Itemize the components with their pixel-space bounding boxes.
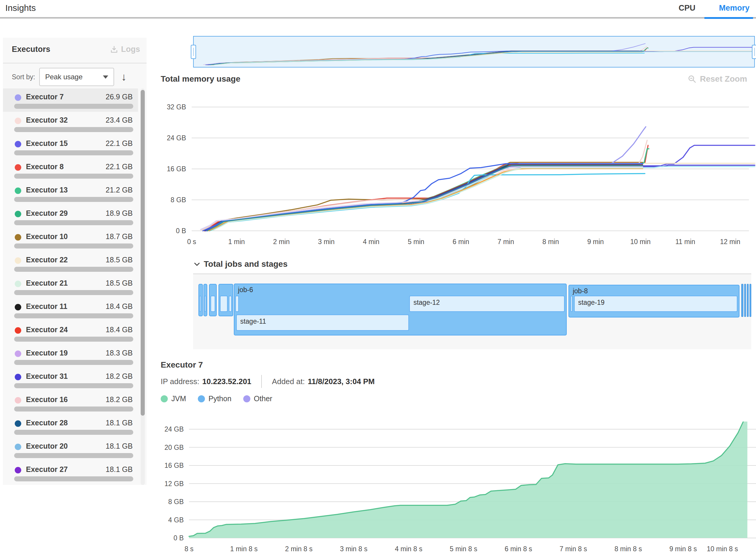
executor-list-item[interactable]: Executor 822.1 GB [3, 158, 138, 181]
executors-header: Executors Logs [3, 38, 147, 63]
sort-by-label: Sort by: [12, 73, 35, 81]
job-block-mini[interactable] [741, 284, 743, 317]
executor-usage-bar [14, 383, 133, 388]
stage-block-stage-19[interactable]: stage-19 [574, 296, 738, 312]
logs-button[interactable]: Logs [110, 45, 140, 54]
svg-text:32 GB: 32 GB [167, 103, 186, 111]
svg-text:5 min: 5 min [408, 238, 424, 246]
job-block-mini[interactable] [747, 284, 749, 317]
sort-direction-button[interactable]: ↓ [121, 72, 127, 82]
executor-usage-bar [14, 313, 133, 318]
total-memory-line-chart[interactable]: 32 GB24 GB16 GB8 GB0 B0 s1 min2 min3 min… [161, 100, 756, 248]
executor-list-item[interactable]: Executor 2818.1 GB [3, 414, 138, 438]
sort-select[interactable]: Peak usage [39, 68, 114, 86]
stage-block-stage-12[interactable]: stage-12 [409, 296, 564, 312]
sidebar-divider [3, 63, 147, 63]
legend-item-other[interactable]: Other [243, 394, 273, 403]
svg-text:4 min 8 s: 4 min 8 s [395, 545, 422, 553]
executor-list-item[interactable]: Executor 1618.2 GB [3, 391, 138, 414]
executor-color-dot [15, 117, 21, 124]
svg-text:20 GB: 20 GB [164, 444, 184, 451]
svg-text:8 GB: 8 GB [168, 498, 184, 505]
executor-name: Executor 16 [26, 395, 68, 404]
brush-handle-right[interactable] [752, 45, 756, 59]
executor-list-item[interactable]: Executor 1522.1 GB [3, 135, 138, 158]
executor-name: Executor 32 [26, 116, 68, 125]
stage-block[interactable] [204, 296, 206, 312]
executor-usage-bar [14, 127, 133, 132]
executor-list-item[interactable]: Executor 2718.1 GB [3, 461, 138, 484]
executor-list-item[interactable]: Executor 2418.4 GB [3, 321, 138, 344]
scrollbar-thumb[interactable] [141, 90, 145, 416]
insights-page: Insights CPU Memory Executors Logs Sort … [0, 0, 756, 553]
svg-text:8 min: 8 min [542, 238, 559, 246]
brush-handle-left[interactable] [191, 45, 196, 59]
executor-name: Executor 20 [26, 442, 68, 451]
download-icon [110, 46, 118, 54]
executor-name: Executor 13 [26, 186, 68, 194]
tab-memory[interactable]: Memory [715, 4, 753, 18]
executor-list-item[interactable]: Executor 2918.9 GB [3, 205, 138, 228]
stage-block-stage-11[interactable]: stage-11 [236, 315, 409, 331]
svg-text:16 GB: 16 GB [164, 462, 184, 469]
executor-color-dot [15, 327, 21, 334]
executor-name: Executor 11 [26, 302, 67, 311]
executor-list-item[interactable]: Executor 1018.7 GB [3, 228, 138, 251]
executor-peak-value: 18.4 GB [105, 325, 133, 334]
sort-row: Sort by: Peak usage ↓ [12, 68, 127, 86]
executor-list-item[interactable]: Executor 3223.4 GB [3, 112, 138, 135]
stage-block[interactable] [235, 296, 239, 312]
executor-list-item[interactable]: Executor 2118.5 GB [3, 275, 138, 298]
zoom-brush-overview[interactable] [193, 36, 755, 68]
executor-usage-bar [14, 360, 133, 365]
legend-item-python[interactable]: Python [198, 394, 231, 403]
executor-name: Executor 21 [26, 279, 68, 288]
executor-list-item[interactable]: Executor 1118.4 GB [3, 298, 138, 321]
svg-text:11 min: 11 min [676, 238, 695, 246]
executor-peak-value: 18.1 GB [105, 465, 133, 474]
svg-text:0 s: 0 s [187, 238, 197, 246]
jobs-section-header[interactable]: Total jobs and stages [193, 259, 288, 269]
stage-block[interactable] [571, 296, 573, 312]
stage-block[interactable] [211, 296, 215, 312]
executor-name: Executor 15 [26, 139, 68, 148]
stage-block[interactable] [220, 296, 228, 312]
executor-name: Executor 24 [26, 325, 68, 334]
executor-peak-value: 18.1 GB [105, 442, 133, 451]
executor-peak-value: 18.3 GB [105, 349, 133, 357]
stage-label: stage-12 [413, 299, 440, 307]
svg-text:6 min 8 s: 6 min 8 s [505, 545, 532, 553]
svg-text:3 min 8 s: 3 min 8 s [340, 545, 367, 553]
reset-zoom-button[interactable]: Reset Zoom [688, 74, 747, 84]
job-block-mini[interactable] [750, 284, 751, 317]
executor-list-item[interactable]: Executor 1918.3 GB [3, 344, 138, 368]
legend-item-jvm[interactable]: JVM [161, 394, 186, 403]
tab-cpu[interactable]: CPU [675, 4, 699, 18]
executor-list-item[interactable]: Executor 2218.5 GB [3, 251, 138, 275]
job-label: job-6 [238, 286, 253, 294]
executor-name: Executor 31 [26, 372, 68, 381]
legend-label: JVM [171, 394, 186, 403]
job-block-mini[interactable] [744, 284, 746, 317]
executors-sidebar: Executors Logs Sort by: Peak usage ↓ Exe… [3, 38, 147, 485]
executor-usage-bar [14, 267, 133, 272]
executor-color-dot [15, 234, 21, 241]
executor-list-item[interactable]: Executor 3118.2 GB [3, 368, 138, 391]
stage-block[interactable] [229, 296, 232, 312]
executor-peak-value: 22.1 GB [105, 162, 133, 171]
executor-list-item[interactable]: Executor 1321.2 GB [3, 181, 138, 205]
executor-list-item[interactable]: Executor 2018.1 GB [3, 438, 138, 461]
executor-list-item[interactable]: Executor 726.9 GB [3, 88, 138, 112]
executor-color-dot [15, 350, 21, 357]
svg-text:24 GB: 24 GB [167, 134, 186, 142]
svg-text:16 GB: 16 GB [167, 165, 186, 173]
active-tab-underline [704, 17, 753, 19]
executor-usage-bar [14, 174, 133, 179]
executor-memory-area-chart[interactable]: 24 GB20 GB16 GB12 GB8 GB4 GB0 B8 s1 min … [161, 421, 756, 553]
executor-peak-value: 18.9 GB [105, 209, 133, 218]
svg-text:9 min 8 s: 9 min 8 s [669, 545, 697, 553]
legend-label: Other [254, 394, 273, 403]
stage-block[interactable] [199, 296, 201, 312]
zoom-out-icon [688, 75, 696, 83]
executor-color-dot [15, 187, 21, 194]
